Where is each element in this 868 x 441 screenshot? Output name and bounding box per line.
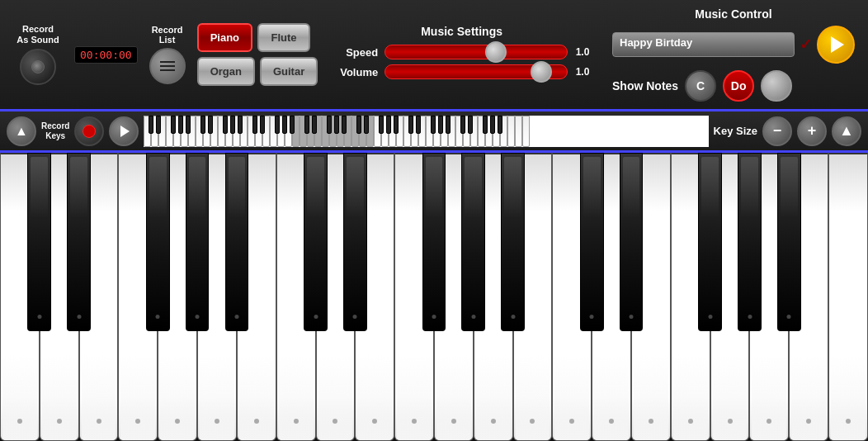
note-dial-button[interactable] <box>761 70 792 102</box>
white-key-inner <box>594 354 629 440</box>
volume-thumb[interactable] <box>531 61 552 83</box>
black-key-shine <box>229 157 246 218</box>
mini-keyboard <box>144 116 708 147</box>
black-key-shine <box>347 157 364 218</box>
music-settings-title: Music Settings <box>421 25 502 38</box>
flute-button[interactable]: Flute <box>257 23 310 52</box>
key-dot <box>846 419 851 424</box>
play-small-button[interactable] <box>109 116 139 146</box>
black-key[interactable] <box>620 153 644 331</box>
white-key-inner <box>42 354 77 440</box>
music-control-section: Music Control Happy Birtday ✓ Show Notes… <box>606 4 861 105</box>
white-key-inner <box>239 354 274 440</box>
key-dot <box>57 419 62 424</box>
list-icon <box>160 61 175 71</box>
note-do-button[interactable]: Do <box>723 70 754 102</box>
timer-display: 00:00:00 <box>74 46 138 64</box>
checkmark-icon: ✓ <box>800 36 812 54</box>
record-button[interactable] <box>74 116 104 146</box>
black-key-shine <box>189 157 206 218</box>
record-as-sound-section: Record As Sound <box>7 24 69 85</box>
white-key-inner <box>200 354 234 440</box>
record-keys-label: Record Keys <box>41 121 69 141</box>
key-dot <box>688 419 693 424</box>
song-select[interactable]: Happy Birtday <box>612 32 795 57</box>
black-key[interactable] <box>67 153 91 331</box>
black-key-dot <box>37 315 41 319</box>
black-key[interactable] <box>304 153 328 331</box>
black-key[interactable] <box>501 153 525 331</box>
white-key-inner <box>120 354 155 440</box>
record-list-button[interactable] <box>149 48 186 84</box>
black-key-shine <box>701 157 719 218</box>
show-notes-row: Show Notes C Do <box>612 70 855 102</box>
key-dot <box>649 419 653 424</box>
key-dot <box>491 419 496 424</box>
black-key-shine <box>623 157 640 218</box>
black-key-shine <box>465 157 482 218</box>
speed-track[interactable] <box>384 45 568 59</box>
guitar-button[interactable]: Guitar <box>260 57 318 86</box>
white-key-inner <box>791 354 826 440</box>
white-key-inner <box>2 354 37 440</box>
knob-inner <box>31 60 45 74</box>
white-key-inner <box>357 354 392 440</box>
black-key-shine <box>504 157 521 218</box>
key-size-plus-button[interactable]: + <box>797 116 827 146</box>
organ-button[interactable]: Organ <box>197 57 255 86</box>
scroll-up-button[interactable]: ▲ <box>7 116 36 146</box>
white-key-inner <box>82 354 116 440</box>
black-key-dot <box>708 315 712 319</box>
piano-button[interactable]: Piano <box>197 23 252 52</box>
speed-slider-row: Speed 1.0 <box>333 45 591 59</box>
white-key[interactable] <box>828 153 868 441</box>
white-key-inner <box>831 354 866 440</box>
black-key-dot <box>77 315 81 319</box>
white-key-inner <box>318 354 353 440</box>
key-size-minus-button[interactable]: − <box>762 116 792 146</box>
note-c-button[interactable]: C <box>685 70 716 102</box>
white-key-inner <box>634 354 668 440</box>
black-key-dot <box>234 315 238 319</box>
speed-value: 1.0 <box>574 46 591 58</box>
volume-label: Volume <box>333 66 378 78</box>
instrument-row: Piano Flute <box>197 23 318 52</box>
play-button[interactable] <box>817 26 855 64</box>
key-size-section: Key Size − + ▲ <box>714 116 861 146</box>
black-key[interactable] <box>27 153 51 331</box>
key-size-label: Key Size <box>714 125 757 137</box>
black-key-shine <box>149 157 167 218</box>
black-key-dot <box>432 315 436 319</box>
black-key-dot <box>314 315 318 319</box>
black-key[interactable] <box>422 153 446 331</box>
white-key-inner <box>673 354 708 440</box>
speed-thumb[interactable] <box>485 41 507 63</box>
white-key-inner <box>160 354 195 440</box>
black-key[interactable] <box>777 153 801 331</box>
black-key[interactable] <box>738 153 762 331</box>
white-key-inner <box>397 354 432 440</box>
white-key-inner <box>476 354 511 440</box>
volume-track[interactable] <box>384 64 568 79</box>
black-key[interactable] <box>698 153 722 331</box>
key-size-scroll-button[interactable]: ▲ <box>832 116 861 146</box>
black-key-shine <box>31 157 48 218</box>
keyboard-bar: ▲ Record Keys Key Size − + ▲ <box>0 111 868 153</box>
key-dot <box>412 419 417 424</box>
black-key[interactable] <box>146 153 170 331</box>
black-key[interactable] <box>461 153 485 331</box>
key-dot <box>17 419 22 424</box>
black-key[interactable] <box>225 153 249 331</box>
white-key-inner <box>554 354 589 440</box>
black-key[interactable] <box>580 153 604 331</box>
black-key[interactable] <box>343 153 367 331</box>
black-key-dot <box>748 315 752 319</box>
speed-label: Speed <box>333 46 378 59</box>
black-key-dot <box>156 315 160 319</box>
black-key-dot <box>787 315 791 319</box>
record-as-sound-knob[interactable] <box>20 49 56 85</box>
instrument-buttons: Piano Flute Organ Guitar <box>197 23 318 86</box>
black-key-shine <box>426 157 443 218</box>
black-key-dot <box>471 315 475 319</box>
black-key[interactable] <box>186 153 210 331</box>
